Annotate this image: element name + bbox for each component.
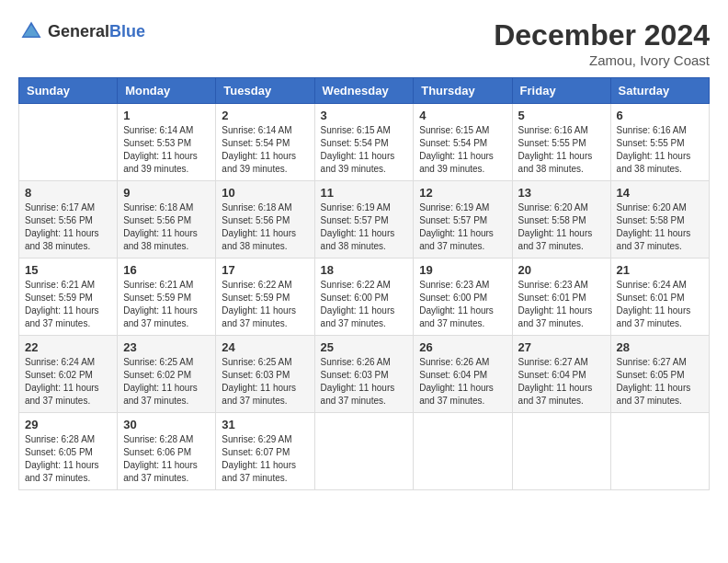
- day-info: Sunrise: 6:20 AM Sunset: 5:58 PM Dayligh…: [617, 201, 703, 253]
- table-row: 5 Sunrise: 6:16 AM Sunset: 5:55 PM Dayli…: [512, 104, 610, 181]
- table-row: 6 Sunrise: 6:16 AM Sunset: 5:55 PM Dayli…: [610, 104, 709, 181]
- logo-text: GeneralBlue: [48, 22, 145, 41]
- table-row: 21 Sunrise: 6:24 AM Sunset: 6:01 PM Dayl…: [610, 259, 709, 336]
- day-info: Sunrise: 6:27 AM Sunset: 6:04 PM Dayligh…: [518, 356, 605, 408]
- table-row: 27 Sunrise: 6:27 AM Sunset: 6:04 PM Dayl…: [512, 336, 610, 413]
- day-info: Sunrise: 6:23 AM Sunset: 6:01 PM Dayligh…: [518, 279, 605, 330]
- day-info: Sunrise: 6:28 AM Sunset: 6:06 PM Dayligh…: [123, 433, 210, 485]
- col-thursday: Thursday: [414, 78, 512, 104]
- day-info: Sunrise: 6:25 AM Sunset: 6:02 PM Dayligh…: [123, 356, 210, 408]
- table-row: 29 Sunrise: 6:28 AM Sunset: 6:05 PM Dayl…: [19, 413, 118, 490]
- col-sunday: Sunday: [19, 78, 118, 104]
- day-info: Sunrise: 6:15 AM Sunset: 5:54 PM Dayligh…: [321, 124, 408, 176]
- day-number: 13: [518, 186, 605, 200]
- col-wednesday: Wednesday: [314, 78, 414, 104]
- table-row: 10 Sunrise: 6:18 AM Sunset: 5:56 PM Dayl…: [216, 181, 314, 259]
- table-row: [610, 413, 709, 490]
- day-number: 3: [321, 109, 408, 122]
- day-number: 21: [617, 263, 703, 277]
- day-info: Sunrise: 6:17 AM Sunset: 5:56 PM Dayligh…: [25, 201, 111, 253]
- day-number: 28: [617, 340, 703, 354]
- table-row: 22 Sunrise: 6:24 AM Sunset: 6:02 PM Dayl…: [19, 336, 118, 413]
- table-row: 12 Sunrise: 6:19 AM Sunset: 5:57 PM Dayl…: [414, 181, 512, 259]
- col-saturday: Saturday: [610, 78, 709, 104]
- table-row: [19, 104, 118, 181]
- table-row: 2 Sunrise: 6:14 AM Sunset: 5:54 PM Dayli…: [216, 104, 314, 181]
- day-info: Sunrise: 6:18 AM Sunset: 5:56 PM Dayligh…: [222, 201, 308, 253]
- day-info: Sunrise: 6:27 AM Sunset: 6:05 PM Dayligh…: [617, 356, 703, 408]
- day-info: Sunrise: 6:14 AM Sunset: 5:53 PM Dayligh…: [123, 124, 210, 176]
- table-row: 19 Sunrise: 6:23 AM Sunset: 6:00 PM Dayl…: [414, 259, 512, 336]
- table-row: 26 Sunrise: 6:26 AM Sunset: 6:04 PM Dayl…: [414, 336, 512, 413]
- day-number: 25: [321, 340, 408, 354]
- day-number: 10: [222, 186, 308, 200]
- day-number: 29: [25, 418, 111, 431]
- day-info: Sunrise: 6:20 AM Sunset: 5:58 PM Dayligh…: [518, 201, 605, 253]
- day-info: Sunrise: 6:23 AM Sunset: 6:00 PM Dayligh…: [419, 279, 506, 330]
- calendar-week-4: 22 Sunrise: 6:24 AM Sunset: 6:02 PM Dayl…: [19, 336, 710, 413]
- table-row: 11 Sunrise: 6:19 AM Sunset: 5:57 PM Dayl…: [314, 181, 414, 259]
- location-subtitle: Zamou, Ivory Coast: [494, 52, 710, 68]
- day-number: 4: [419, 109, 506, 122]
- table-row: 18 Sunrise: 6:22 AM Sunset: 6:00 PM Dayl…: [314, 259, 414, 336]
- day-number: 12: [419, 186, 506, 200]
- day-number: 8: [25, 186, 111, 200]
- table-row: 14 Sunrise: 6:20 AM Sunset: 5:58 PM Dayl…: [610, 181, 709, 259]
- day-number: 30: [123, 418, 210, 431]
- day-number: 9: [123, 186, 210, 200]
- day-number: 19: [419, 263, 506, 277]
- day-number: 20: [518, 263, 605, 277]
- calendar-header-row: Sunday Monday Tuesday Wednesday Thursday…: [19, 78, 710, 104]
- logo-icon: [18, 18, 44, 44]
- table-row: 16 Sunrise: 6:21 AM Sunset: 5:59 PM Dayl…: [118, 259, 216, 336]
- table-row: 15 Sunrise: 6:21 AM Sunset: 5:59 PM Dayl…: [19, 259, 118, 336]
- calendar-table: Sunday Monday Tuesday Wednesday Thursday…: [18, 77, 710, 490]
- day-number: 17: [222, 263, 308, 277]
- table-row: 28 Sunrise: 6:27 AM Sunset: 6:05 PM Dayl…: [610, 336, 709, 413]
- table-row: 20 Sunrise: 6:23 AM Sunset: 6:01 PM Dayl…: [512, 259, 610, 336]
- table-row: 1 Sunrise: 6:14 AM Sunset: 5:53 PM Dayli…: [118, 104, 216, 181]
- day-number: 31: [222, 418, 308, 431]
- day-number: 27: [518, 340, 605, 354]
- day-number: 11: [321, 186, 408, 200]
- day-info: Sunrise: 6:16 AM Sunset: 5:55 PM Dayligh…: [518, 124, 605, 176]
- day-number: 15: [25, 263, 111, 277]
- day-info: Sunrise: 6:21 AM Sunset: 5:59 PM Dayligh…: [25, 279, 111, 330]
- title-block: December 2024 Zamou, Ivory Coast: [494, 18, 710, 68]
- calendar-week-5: 29 Sunrise: 6:28 AM Sunset: 6:05 PM Dayl…: [19, 413, 710, 490]
- calendar-week-2: 8 Sunrise: 6:17 AM Sunset: 5:56 PM Dayli…: [19, 181, 710, 259]
- table-row: 30 Sunrise: 6:28 AM Sunset: 6:06 PM Dayl…: [118, 413, 216, 490]
- day-info: Sunrise: 6:24 AM Sunset: 6:02 PM Dayligh…: [25, 356, 111, 408]
- table-row: 8 Sunrise: 6:17 AM Sunset: 5:56 PM Dayli…: [19, 181, 118, 259]
- day-number: 14: [617, 186, 703, 200]
- col-tuesday: Tuesday: [216, 78, 314, 104]
- day-number: 2: [222, 109, 308, 122]
- col-friday: Friday: [512, 78, 610, 104]
- day-info: Sunrise: 6:15 AM Sunset: 5:54 PM Dayligh…: [419, 124, 506, 176]
- table-row: [512, 413, 610, 490]
- day-number: 23: [123, 340, 210, 354]
- table-row: 4 Sunrise: 6:15 AM Sunset: 5:54 PM Dayli…: [414, 104, 512, 181]
- table-row: 9 Sunrise: 6:18 AM Sunset: 5:56 PM Dayli…: [118, 181, 216, 259]
- table-row: 13 Sunrise: 6:20 AM Sunset: 5:58 PM Dayl…: [512, 181, 610, 259]
- day-info: Sunrise: 6:25 AM Sunset: 6:03 PM Dayligh…: [222, 356, 308, 408]
- day-info: Sunrise: 6:19 AM Sunset: 5:57 PM Dayligh…: [321, 201, 408, 253]
- day-number: 6: [617, 109, 703, 122]
- day-info: Sunrise: 6:22 AM Sunset: 5:59 PM Dayligh…: [222, 279, 308, 330]
- table-row: 31 Sunrise: 6:29 AM Sunset: 6:07 PM Dayl…: [216, 413, 314, 490]
- day-number: 24: [222, 340, 308, 354]
- day-info: Sunrise: 6:26 AM Sunset: 6:04 PM Dayligh…: [419, 356, 506, 408]
- day-info: Sunrise: 6:19 AM Sunset: 5:57 PM Dayligh…: [419, 201, 506, 253]
- table-row: [314, 413, 414, 490]
- logo: GeneralBlue: [18, 18, 145, 44]
- day-info: Sunrise: 6:16 AM Sunset: 5:55 PM Dayligh…: [617, 124, 703, 176]
- calendar-week-3: 15 Sunrise: 6:21 AM Sunset: 5:59 PM Dayl…: [19, 259, 710, 336]
- day-info: Sunrise: 6:26 AM Sunset: 6:03 PM Dayligh…: [321, 356, 408, 408]
- page-header: GeneralBlue December 2024 Zamou, Ivory C…: [18, 18, 710, 68]
- day-number: 26: [419, 340, 506, 354]
- day-info: Sunrise: 6:29 AM Sunset: 6:07 PM Dayligh…: [222, 433, 308, 485]
- table-row: 23 Sunrise: 6:25 AM Sunset: 6:02 PM Dayl…: [118, 336, 216, 413]
- table-row: 25 Sunrise: 6:26 AM Sunset: 6:03 PM Dayl…: [314, 336, 414, 413]
- day-number: 16: [123, 263, 210, 277]
- day-info: Sunrise: 6:21 AM Sunset: 5:59 PM Dayligh…: [123, 279, 210, 330]
